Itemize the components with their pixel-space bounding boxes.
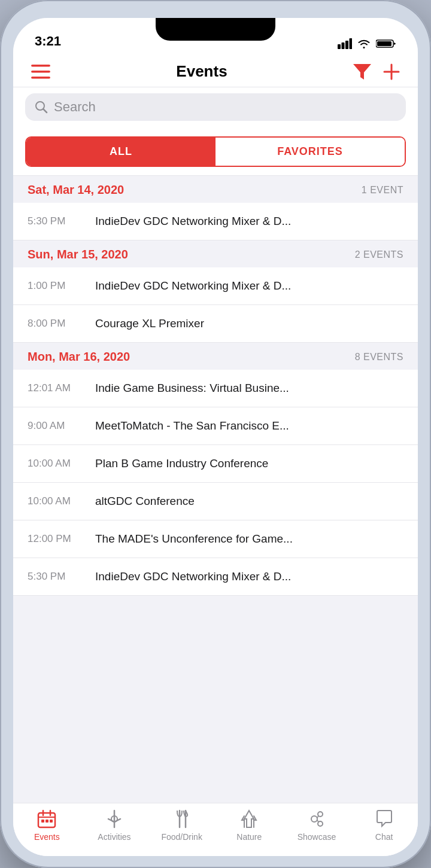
event-time: 5:30 PM: [28, 215, 84, 227]
toggle-buttons: ALL FAVORITES: [25, 136, 406, 167]
nature-nav-icon: [238, 808, 260, 830]
activities-nav-icon: [104, 808, 125, 830]
nav-item-activities[interactable]: Activities: [87, 808, 141, 842]
svg-point-29: [318, 812, 323, 817]
event-item[interactable]: 10:00 AM altGDC Conference: [13, 483, 418, 520]
phone-screen: 3:21: [13, 18, 418, 856]
status-time: 3:21: [35, 33, 61, 49]
svg-rect-19: [45, 820, 48, 823]
nav-item-showcase[interactable]: Showcase: [290, 808, 344, 842]
event-item[interactable]: 12:01 AM Indie Game Business: Virtual Bu…: [13, 370, 418, 407]
all-tab[interactable]: ALL: [26, 138, 216, 166]
event-time: 10:00 AM: [28, 458, 84, 470]
event-title: altGDC Conference: [95, 495, 195, 508]
svg-marker-9: [353, 64, 371, 80]
svg-line-31: [317, 816, 318, 818]
event-item[interactable]: 1:00 PM IndieDev GDC Networking Mixer & …: [13, 267, 418, 305]
event-item[interactable]: 5:30 PM IndieDev GDC Networking Mixer & …: [13, 558, 418, 596]
filter-icon[interactable]: [353, 64, 371, 80]
svg-rect-7: [31, 71, 50, 73]
nav-item-chat[interactable]: Chat: [357, 808, 411, 842]
signal-icon: [338, 38, 352, 49]
nav-label: Chat: [375, 832, 393, 842]
event-title: IndieDev GDC Networking Mixer & D...: [95, 279, 291, 293]
nav-label: Nature: [236, 832, 262, 842]
hamburger-icon[interactable]: [31, 65, 50, 79]
notch: [156, 18, 275, 41]
svg-rect-8: [31, 77, 50, 79]
nav-item-events[interactable]: Events: [20, 808, 74, 842]
event-item[interactable]: 12:00 PM The MADE's Unconference for Gam…: [13, 520, 418, 558]
event-list: Sat, Mar 14, 2020 1 EVENT 5:30 PM IndieD…: [13, 176, 418, 803]
event-item[interactable]: 10:00 AM Plan B Game Industry Conference: [13, 445, 418, 483]
add-event-icon[interactable]: [383, 63, 400, 80]
nav-label: Activities: [98, 832, 130, 842]
search-placeholder: Search: [54, 99, 96, 115]
date-label: Sat, Mar 14, 2020: [28, 183, 124, 197]
svg-line-13: [43, 109, 47, 112]
event-item[interactable]: 9:00 AM MeetToMatch - The San Francisco …: [13, 407, 418, 445]
nav-item-fooddrink[interactable]: Food/Drink: [155, 808, 209, 842]
svg-rect-1: [342, 42, 345, 49]
battery-icon: [376, 38, 396, 49]
svg-rect-0: [338, 44, 341, 49]
svg-line-32: [317, 820, 318, 822]
app-content: Events: [13, 54, 418, 856]
event-title: The MADE's Unconference for Game...: [95, 532, 293, 546]
event-time: 1:00 PM: [28, 280, 84, 292]
search-icon: [35, 100, 48, 114]
event-item[interactable]: 8:00 PM Courage XL Premixer: [13, 305, 418, 343]
filter-toggle: ALL FAVORITES: [13, 129, 418, 176]
chat-nav-icon: [374, 808, 395, 830]
nav-item-nature[interactable]: Nature: [222, 808, 276, 842]
svg-rect-3: [350, 38, 353, 49]
header-action-icons: [353, 63, 400, 80]
svg-rect-20: [50, 820, 53, 823]
event-time: 9:00 AM: [28, 420, 84, 432]
nav-label: Events: [34, 832, 60, 842]
svg-point-28: [311, 816, 317, 822]
event-count: 2 EVENTS: [355, 249, 403, 260]
event-time: 12:00 PM: [28, 533, 84, 545]
event-title: MeetToMatch - The San Francisco E...: [95, 419, 289, 433]
status-icons: [338, 38, 396, 49]
calendar-nav-icon: [36, 808, 57, 830]
search-input-wrap[interactable]: Search: [25, 93, 406, 121]
date-header: Sat, Mar 14, 2020 1 EVENT: [13, 176, 418, 203]
event-title: Courage XL Premixer: [95, 317, 204, 330]
event-time: 12:01 AM: [28, 382, 84, 394]
event-title: Indie Game Business: Virtual Busine...: [95, 382, 289, 395]
svg-rect-18: [41, 820, 44, 823]
nav-label: Food/Drink: [161, 832, 202, 842]
nav-label: Showcase: [298, 832, 336, 842]
food-nav-icon: [171, 808, 193, 830]
date-label: Mon, Mar 16, 2020: [28, 350, 130, 364]
svg-rect-6: [31, 65, 50, 67]
bottom-nav: Events Activities Food/Drink Nature Show…: [13, 803, 418, 856]
phone-frame: 3:21: [0, 0, 431, 868]
svg-point-30: [318, 821, 323, 826]
event-title: IndieDev GDC Networking Mixer & D...: [95, 570, 291, 583]
showcase-nav-icon: [306, 808, 327, 830]
favorites-tab[interactable]: FAVORITES: [216, 138, 405, 166]
wifi-icon: [357, 38, 371, 49]
date-header: Sun, Mar 15, 2020 2 EVENTS: [13, 240, 418, 267]
svg-rect-2: [345, 41, 348, 49]
event-title: IndieDev GDC Networking Mixer & D...: [95, 215, 291, 228]
date-header: Mon, Mar 16, 2020 8 EVENTS: [13, 343, 418, 370]
event-time: 8:00 PM: [28, 318, 84, 330]
event-time: 5:30 PM: [28, 571, 84, 583]
event-count: 8 EVENTS: [355, 352, 403, 363]
event-count: 1 EVENT: [362, 185, 403, 196]
event-time: 10:00 AM: [28, 495, 84, 507]
header: Events: [13, 54, 418, 87]
event-title: Plan B Game Industry Conference: [95, 457, 268, 470]
event-item[interactable]: 5:30 PM IndieDev GDC Networking Mixer & …: [13, 203, 418, 240]
svg-rect-5: [377, 41, 391, 46]
page-title: Events: [176, 62, 227, 81]
search-bar: Search: [13, 87, 418, 129]
date-label: Sun, Mar 15, 2020: [28, 248, 128, 261]
